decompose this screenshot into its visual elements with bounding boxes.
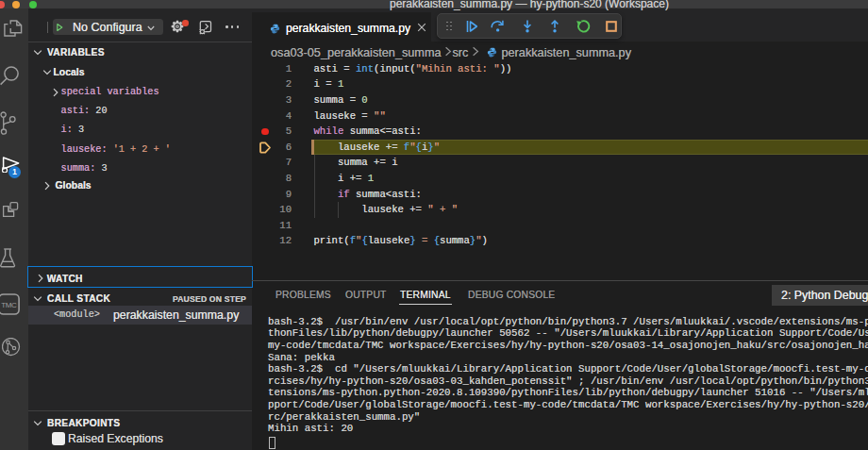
svg-text:TMC: TMC: [1, 300, 17, 308]
